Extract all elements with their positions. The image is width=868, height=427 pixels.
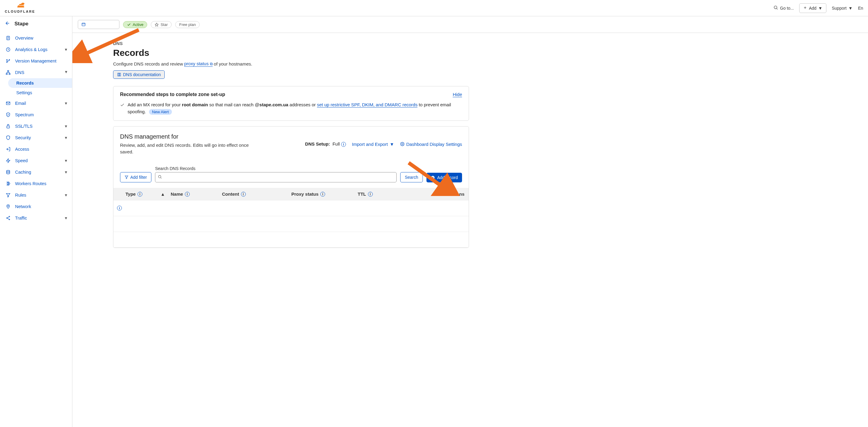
check-icon [127, 23, 131, 27]
svg-line-33 [7, 218, 9, 219]
info-icon[interactable]: i [117, 206, 122, 210]
proxy-status-link[interactable]: proxy status ⧉ [184, 61, 213, 67]
brand-text: CLOUDFLARE [5, 10, 35, 13]
sort-icon[interactable]: ▴ [162, 192, 171, 197]
brand-logo[interactable]: CLOUDFLARE [5, 3, 35, 13]
plan-pill[interactable]: Free plan [175, 21, 200, 28]
svg-point-10 [7, 59, 7, 60]
domain-selector[interactable] [78, 20, 119, 29]
svg-point-43 [159, 175, 161, 177]
svg-marker-42 [125, 176, 128, 179]
chevron-down-icon: ▼ [848, 6, 852, 10]
display-settings-link[interactable]: Dashboard Display Settings [400, 142, 462, 147]
search-button[interactable]: Search [400, 172, 423, 182]
language-button[interactable]: En [858, 6, 863, 10]
nav: Overview Analytics & Logs ▾ Version Mana… [0, 31, 72, 225]
filter-icon [125, 175, 128, 179]
import-export-link[interactable]: Import and Export ▼ [352, 142, 394, 147]
nav-network[interactable]: Network [0, 201, 72, 212]
nav-security[interactable]: Security ▾ [0, 132, 72, 143]
svg-marker-25 [7, 182, 9, 186]
add-filter-button[interactable]: Add filter [120, 172, 151, 182]
shield-check-icon [5, 112, 11, 117]
info-icon[interactable]: i [341, 142, 346, 147]
info-icon[interactable]: i [185, 192, 190, 197]
svg-point-28 [7, 205, 8, 206]
dns-setup-value: Full [332, 141, 340, 146]
shield-icon [5, 135, 11, 140]
check-icon [120, 103, 125, 109]
nav-access[interactable]: Access [0, 143, 72, 155]
dns-desc: Review, add, and edit DNS records. Edits… [120, 142, 259, 155]
recommended-card: Recommended steps to complete zone set-u… [113, 86, 469, 121]
external-link-icon: ⧉ [210, 62, 213, 66]
table-row[interactable] [114, 232, 469, 248]
nav-version[interactable]: Version Management [0, 55, 72, 67]
nav-overview[interactable]: Overview [0, 32, 72, 44]
svg-point-30 [7, 218, 7, 219]
sitemap-icon [5, 70, 11, 75]
add-button[interactable]: Add ▼ [799, 3, 826, 13]
site-selector[interactable]: Stape [0, 16, 72, 31]
plus-circle-icon [431, 175, 435, 180]
star-button[interactable]: Star [151, 21, 172, 28]
th-proxy[interactable]: Proxy status i [291, 192, 358, 197]
nav-traffic[interactable]: Traffic ▾ [0, 212, 72, 224]
nav-spectrum[interactable]: Spectrum [0, 109, 72, 120]
chevron-down-icon: ▾ [65, 216, 67, 221]
info-icon[interactable]: i [241, 192, 246, 197]
nav-dns-records[interactable]: Records [8, 78, 72, 88]
recommended-title: Recommended steps to complete zone set-u… [120, 92, 225, 97]
nav-workers[interactable]: Workers Routes [0, 178, 72, 189]
info-icon[interactable]: i [137, 192, 142, 197]
chevron-down-icon: ▾ [65, 47, 67, 52]
nav-ssl[interactable]: SSL/TLS ▾ [0, 120, 72, 132]
table-row[interactable] [114, 216, 469, 232]
nav-analytics[interactable]: Analytics & Logs ▾ [0, 44, 72, 55]
support-button[interactable]: Support ▼ [832, 6, 852, 10]
th-content[interactable]: Content i [222, 192, 291, 197]
share-icon [5, 215, 11, 221]
nav-dns-settings[interactable]: Settings [0, 88, 72, 97]
th-name[interactable]: Name i [171, 192, 222, 197]
nav-rules[interactable]: Rules ▾ [0, 189, 72, 201]
search-label: Search DNS Records [155, 166, 397, 171]
new-alert-badge[interactable]: New Alert [149, 109, 172, 115]
pin-icon [5, 204, 11, 209]
th-ttl[interactable]: TTL i [358, 192, 400, 197]
svg-rect-14 [6, 74, 7, 74]
page-description: Configure DNS records and review proxy s… [113, 61, 469, 67]
gear-icon [400, 142, 404, 146]
info-icon[interactable]: i [320, 192, 325, 197]
add-record-button[interactable]: Add record [427, 173, 462, 182]
info-icon[interactable]: i [368, 192, 373, 197]
chevron-down-icon: ▾ [65, 124, 67, 129]
chevron-down-icon: ▼ [818, 6, 823, 10]
nav-caching[interactable]: Caching ▾ [0, 166, 72, 178]
dns-setup-label: DNS Setup: [305, 141, 330, 146]
dns-doc-button[interactable]: DNS documentation [113, 70, 165, 79]
spf-link[interactable]: set up restrictive SPF, DKIM, and DMARC … [317, 102, 417, 108]
nav-dns[interactable]: DNS ▴ [0, 67, 72, 78]
branch-icon [5, 58, 11, 64]
arrow-left-icon[interactable] [5, 21, 10, 27]
bolt-icon [5, 158, 11, 163]
funnel-icon [5, 192, 11, 198]
goto-button[interactable]: Go to... [773, 5, 794, 11]
chevron-down-icon: ▾ [65, 135, 67, 140]
top-header: CLOUDFLARE Go to... Add ▼ Support ▼ En [0, 0, 868, 16]
logout-icon [5, 146, 11, 152]
search-input[interactable] [155, 172, 397, 182]
hide-link[interactable]: Hide [453, 92, 462, 97]
nav-email[interactable]: Email ▾ [0, 97, 72, 109]
search-icon [158, 175, 162, 180]
chevron-down-icon: ▾ [65, 158, 67, 163]
nav-speed[interactable]: Speed ▾ [0, 155, 72, 166]
table-row[interactable]: i [114, 201, 469, 216]
browser-icon [81, 22, 86, 27]
svg-marker-27 [6, 194, 10, 197]
lock-icon [5, 123, 11, 129]
th-type[interactable]: Type i [125, 192, 162, 197]
svg-rect-15 [9, 74, 10, 74]
svg-point-29 [9, 216, 10, 217]
